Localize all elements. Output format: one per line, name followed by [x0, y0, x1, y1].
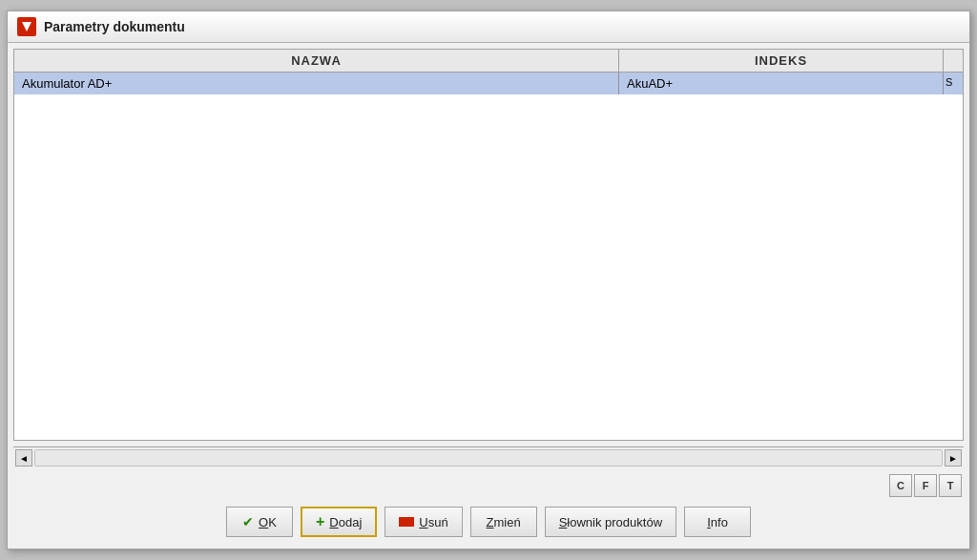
f-button[interactable]: F	[914, 474, 937, 497]
table-row[interactable]: Akumulator AD+ AkuAD+ S	[14, 73, 963, 94]
column-header-nazwa: NAZWA	[14, 50, 619, 72]
usun-label: Usuń	[419, 515, 447, 529]
ok-label: OK	[259, 515, 277, 529]
usun-icon	[399, 517, 414, 527]
title-bar: Parametry dokumentu	[8, 11, 969, 43]
action-buttons: ✔ OK + Dodaj Usuń Zmień Słownik produktó…	[13, 503, 964, 543]
dodaj-button[interactable]: + Dodaj	[301, 507, 377, 537]
usun-button[interactable]: Usuń	[385, 507, 462, 537]
cft-toolbar: C F T	[13, 474, 964, 497]
column-header-indeks: INDEKS	[619, 50, 944, 72]
slownik-label: Słownik produktów	[559, 515, 662, 529]
ok-button[interactable]: ✔ OK	[226, 507, 293, 537]
row-cell-nazwa: Akumulator AD+	[14, 73, 619, 94]
row-cell-indeks: AkuAD+	[619, 73, 944, 94]
scroll-track[interactable]	[34, 449, 943, 467]
ok-icon: ✔	[242, 514, 254, 529]
plus-icon: +	[316, 513, 324, 530]
column-header-extra	[944, 50, 963, 72]
scroll-right-button[interactable]: ►	[945, 449, 962, 467]
dialog-title: Parametry dokumentu	[44, 19, 185, 34]
info-button[interactable]: Info	[684, 507, 751, 537]
c-button[interactable]: C	[889, 474, 912, 497]
row-cell-extra: S	[944, 73, 963, 94]
table-header: NAZWA INDEKS	[14, 50, 963, 73]
scroll-left-button[interactable]: ◄	[15, 449, 32, 467]
t-button[interactable]: T	[939, 474, 962, 497]
dialog-window: Parametry dokumentu NAZWA INDEKS Akumula…	[7, 10, 970, 550]
info-label: Info	[707, 515, 728, 529]
zmien-label: Zmień	[487, 515, 521, 529]
data-table: NAZWA INDEKS Akumulator AD+ AkuAD+ S	[13, 49, 964, 441]
dialog-content: NAZWA INDEKS Akumulator AD+ AkuAD+ S ◄ ►…	[8, 43, 969, 549]
dodaj-label: Dodaj	[329, 515, 362, 529]
horizontal-scrollbar-area: ◄ ►	[13, 446, 964, 468]
app-icon	[17, 17, 36, 36]
slownik-button[interactable]: Słownik produktów	[545, 507, 676, 537]
table-body: Akumulator AD+ AkuAD+ S	[14, 73, 963, 440]
zmien-button[interactable]: Zmień	[470, 507, 537, 537]
